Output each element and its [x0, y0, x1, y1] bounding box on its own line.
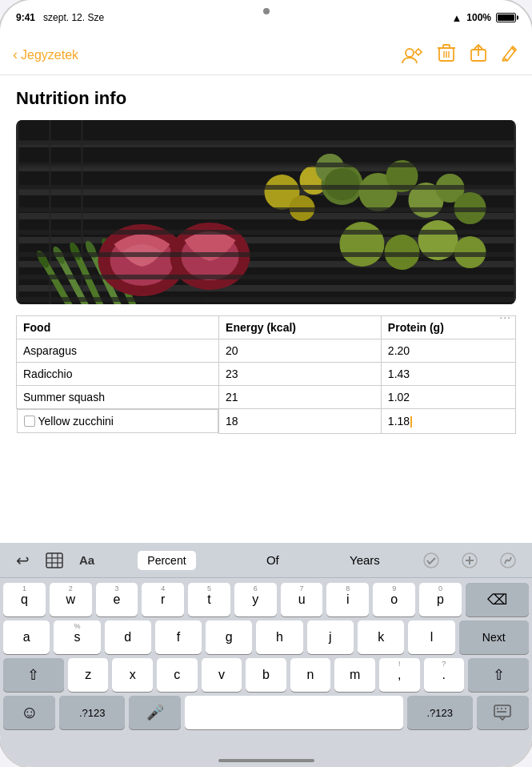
suggestion-of[interactable]: Of [266, 553, 279, 567]
emoji-key[interactable]: ☺ [3, 696, 55, 729]
energy-value[interactable]: 18 [219, 409, 382, 434]
energy-value[interactable]: 20 [219, 339, 382, 363]
active-cell[interactable]: 1.18 [381, 409, 515, 434]
food-name[interactable]: Radicchio [17, 363, 219, 386]
food-name[interactable]: Asparagus [17, 339, 219, 363]
shift-left-key[interactable]: ⇧ [3, 658, 64, 692]
svg-line-16 [502, 60, 507, 61]
date: szept. 12. Sze [43, 12, 104, 23]
nav-bar: ‹ Jegyzetek [0, 35, 532, 75]
scribble-button[interactable] [492, 543, 524, 578]
svg-point-71 [424, 553, 438, 568]
key-s[interactable]: %s [54, 620, 100, 654]
delete-key[interactable]: ⌫ [466, 583, 529, 616]
status-bar-right: ▲ 100% [451, 12, 516, 24]
nutrition-table-wrapper: ··· Food Energy (kcal) Protein (g) Aspar… [16, 315, 516, 434]
trash-button[interactable] [438, 43, 455, 67]
table-options-dots[interactable]: ··· [499, 311, 511, 323]
front-camera [263, 8, 270, 14]
key-d[interactable]: d [105, 620, 151, 654]
key-period[interactable]: ?. [424, 658, 465, 692]
food-name[interactable]: Summer squash [17, 386, 219, 409]
back-label: Jegyzetek [21, 48, 78, 62]
next-key[interactable]: Next [459, 620, 529, 654]
svg-rect-66 [46, 553, 62, 568]
share-button[interactable] [470, 43, 487, 67]
text-cursor [410, 416, 412, 428]
key-h[interactable]: h [256, 620, 302, 654]
key-y[interactable]: 6y [234, 583, 277, 616]
nutrition-table: Food Energy (kcal) Protein (g) Asparagus… [16, 315, 516, 434]
kb-right-tools [415, 543, 524, 578]
home-indicator[interactable] [218, 759, 314, 762]
key-n[interactable]: n [290, 658, 331, 692]
energy-value[interactable]: 23 [219, 363, 382, 386]
key-r[interactable]: 4r [142, 583, 184, 616]
key-a[interactable]: a [3, 620, 50, 654]
key-b[interactable]: b [246, 658, 286, 692]
format-button[interactable]: Aa [71, 543, 102, 578]
svg-point-1 [416, 50, 421, 54]
suggestion-percent[interactable]: Percent [138, 551, 195, 570]
energy-value[interactable]: 21 [219, 386, 382, 409]
space-key[interactable] [185, 696, 402, 729]
num-sym-left-key[interactable]: .?123 [59, 696, 125, 729]
edit-button[interactable] [502, 43, 519, 67]
key-comma[interactable]: !, [379, 658, 420, 692]
done-button[interactable] [415, 543, 447, 578]
key-j[interactable]: j [307, 620, 354, 654]
back-button[interactable]: ‹ Jegyzetek [13, 46, 78, 63]
undo-button[interactable]: ↩ [8, 543, 38, 578]
food-name[interactable]: Yellow zucchini [17, 409, 219, 433]
keyboard-toolbar: ↩ Aa Percent Of Years [0, 543, 532, 578]
key-k[interactable]: k [358, 620, 404, 654]
key-l[interactable]: l [408, 620, 454, 654]
table-button[interactable] [38, 543, 71, 578]
key-g[interactable]: g [206, 620, 252, 654]
suggestions-bar: Percent Of Years [102, 551, 415, 570]
key-o[interactable]: 9o [373, 583, 415, 616]
key-i[interactable]: 8i [326, 583, 369, 616]
keyboard-row-3: ⇧ z x c v b n m !, ?. ⇧ [3, 658, 529, 692]
key-f[interactable]: f [155, 620, 202, 654]
key-w[interactable]: 2w [50, 583, 92, 616]
shift-right-key[interactable]: ⇧ [468, 658, 529, 692]
key-t[interactable]: 5t [188, 583, 230, 616]
time: 9:41 [16, 12, 35, 23]
food-image [16, 120, 516, 304]
battery-icon [496, 13, 516, 22]
protein-value[interactable]: 2.20 [381, 339, 515, 363]
battery-percent: 100% [466, 12, 491, 23]
keyboard-row-2: a %s d f g h j k l Next [3, 620, 529, 654]
key-z[interactable]: z [68, 658, 109, 692]
key-x[interactable]: x [112, 658, 153, 692]
status-bar: 9:41 szept. 12. Sze ▲ 100% [0, 0, 532, 35]
table-row: Radicchio 23 1.43 [17, 363, 516, 386]
svg-point-0 [406, 49, 414, 57]
svg-rect-76 [494, 705, 510, 717]
key-c[interactable]: c [157, 658, 198, 692]
status-bar-left: 9:41 szept. 12. Sze [16, 12, 104, 23]
mic-key[interactable]: 🎤 [129, 696, 181, 729]
key-u[interactable]: 7u [281, 583, 323, 616]
key-q[interactable]: 1q [3, 583, 46, 616]
key-m[interactable]: m [334, 658, 375, 692]
protein-value[interactable]: 1.02 [381, 386, 515, 409]
protein-value[interactable]: 1.43 [381, 363, 515, 386]
col-header-energy: Energy (kcal) [219, 316, 382, 339]
num-sym-right-key[interactable]: .?123 [407, 696, 473, 729]
add-button[interactable] [454, 543, 486, 578]
nav-actions [401, 43, 519, 67]
add-person-button[interactable] [401, 46, 423, 65]
note-title: Nutrition info [16, 88, 516, 109]
keyboard-row-1: 1q 2w 3e 4r 5t 6y 7u 8i 9o 0p ⌫ [3, 583, 529, 616]
col-header-protein: Protein (g) [381, 316, 515, 339]
suggestion-years[interactable]: Years [350, 553, 380, 567]
key-v[interactable]: v [202, 658, 242, 692]
row-marker [24, 416, 35, 427]
svg-rect-8 [443, 45, 450, 48]
table-row: Asparagus 20 2.20 [17, 339, 516, 363]
hide-keyboard-key[interactable] [477, 696, 529, 729]
key-p[interactable]: 0p [419, 583, 462, 616]
key-e[interactable]: 3e [96, 583, 138, 616]
